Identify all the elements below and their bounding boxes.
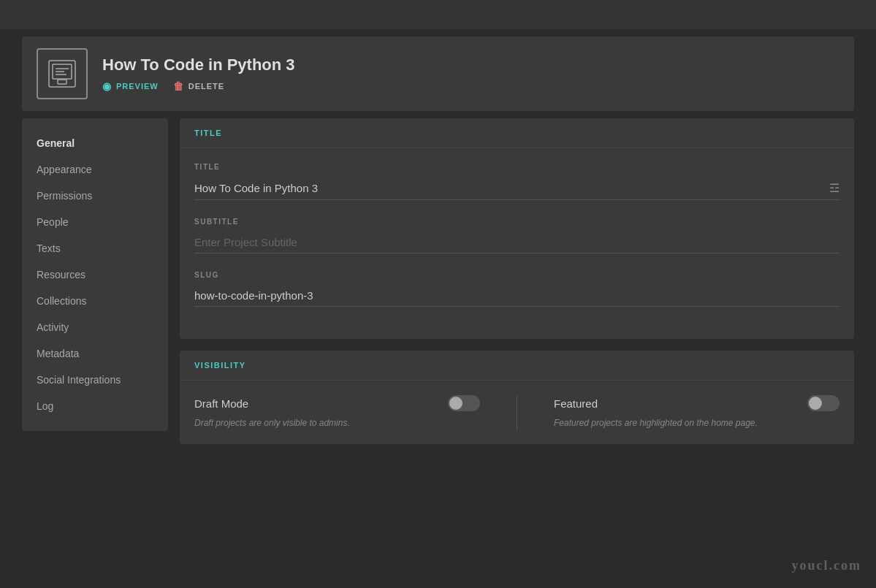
- project-actions: ◉ PREVIEW 🗑 DELETE: [102, 80, 839, 92]
- watermark: youcl.com: [792, 558, 861, 573]
- title-label: TITLE: [194, 163, 839, 171]
- sidebar-item-people[interactable]: People: [22, 209, 168, 235]
- sidebar-item-social-integrations[interactable]: Social Integrations: [22, 367, 168, 393]
- subtitle-field-group: SUBTITLE: [194, 218, 839, 253]
- edit-icon[interactable]: ☲: [829, 181, 839, 195]
- top-bar: [0, 0, 876, 29]
- sidebar-item-log[interactable]: Log: [22, 393, 168, 419]
- trash-icon: 🗑: [173, 80, 184, 92]
- svg-rect-5: [58, 80, 66, 84]
- featured-toggle[interactable]: [807, 395, 839, 411]
- sidebar-item-activity[interactable]: Activity: [22, 314, 168, 340]
- draft-mode-header: Draft Mode: [194, 395, 480, 411]
- title-section-body: TITLE ☲ SUBTITLE SLUG: [180, 148, 854, 339]
- delete-button[interactable]: 🗑 DELETE: [173, 80, 224, 92]
- featured-group: Featured Featured projects are highlight…: [554, 395, 839, 429]
- draft-mode-toggle[interactable]: [448, 395, 480, 411]
- eye-icon: ◉: [102, 80, 112, 92]
- featured-description: Featured projects are highlighted on the…: [554, 417, 839, 429]
- subtitle-input[interactable]: [194, 236, 839, 248]
- project-header: How To Code in Python 3 ◉ PREVIEW 🗑 DELE…: [22, 37, 854, 111]
- preview-button[interactable]: ◉ PREVIEW: [102, 80, 159, 92]
- sidebar-item-collections[interactable]: Collections: [22, 288, 168, 314]
- title-section-header: TITLE: [180, 118, 854, 148]
- sidebar: General Appearance Permissions People Te…: [22, 118, 168, 431]
- visibility-section: VISIBILITY Draft Mode Draft projects are…: [180, 351, 854, 444]
- sidebar-item-appearance[interactable]: Appearance: [22, 156, 168, 183]
- project-title: How To Code in Python 3: [102, 56, 839, 75]
- project-info: How To Code in Python 3 ◉ PREVIEW 🗑 DELE…: [102, 56, 839, 92]
- subtitle-label: SUBTITLE: [194, 218, 839, 226]
- slug-field-group: SLUG: [194, 271, 839, 307]
- subtitle-input-row: [194, 232, 839, 253]
- content-panel: TITLE TITLE ☲ SUBTITLE SLUG: [180, 118, 854, 456]
- featured-label: Featured: [554, 397, 598, 410]
- visibility-section-body: Draft Mode Draft projects are only visib…: [180, 381, 854, 444]
- featured-header: Featured: [554, 395, 839, 411]
- sidebar-item-resources[interactable]: Resources: [22, 261, 168, 288]
- draft-mode-label: Draft Mode: [194, 397, 248, 410]
- slug-label: SLUG: [194, 271, 839, 279]
- main-content: General Appearance Permissions People Te…: [22, 118, 854, 456]
- toggle-divider: [517, 395, 517, 429]
- sidebar-item-general[interactable]: General: [22, 130, 168, 156]
- sidebar-item-texts[interactable]: Texts: [22, 235, 168, 261]
- toggle-row: Draft Mode Draft projects are only visib…: [194, 395, 839, 429]
- title-field-group: TITLE ☲: [194, 163, 839, 200]
- project-icon-svg: [46, 58, 78, 90]
- title-input[interactable]: [194, 182, 829, 194]
- project-icon: [37, 48, 88, 99]
- draft-mode-group: Draft Mode Draft projects are only visib…: [194, 395, 480, 429]
- draft-mode-description: Draft projects are only visible to admin…: [194, 417, 480, 429]
- sidebar-item-metadata[interactable]: Metadata: [22, 340, 168, 367]
- slug-input-row: [194, 285, 839, 307]
- title-input-row: ☲: [194, 177, 839, 200]
- sidebar-item-permissions[interactable]: Permissions: [22, 183, 168, 209]
- visibility-section-header: VISIBILITY: [180, 351, 854, 381]
- slug-input[interactable]: [194, 289, 839, 302]
- title-section: TITLE TITLE ☲ SUBTITLE SLUG: [180, 118, 854, 339]
